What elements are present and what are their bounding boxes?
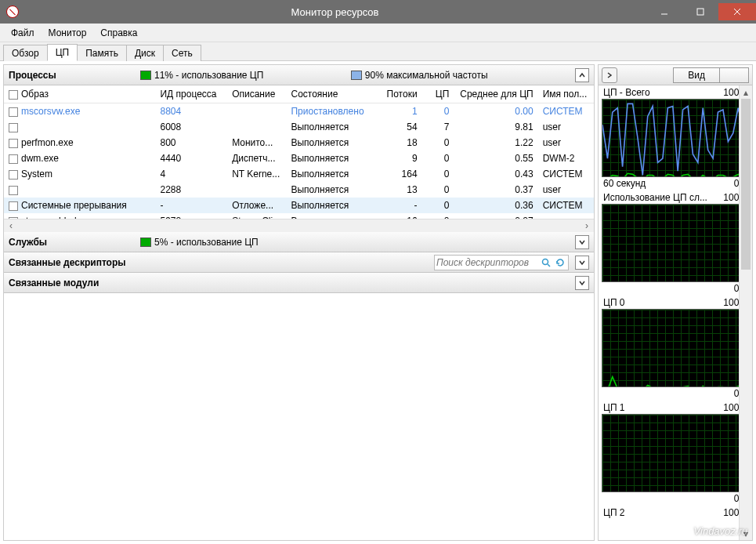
menu-bar: Файл Монитор Справка bbox=[0, 24, 756, 42]
menu-file[interactable]: Файл bbox=[5, 25, 41, 41]
table-row[interactable]: System4NT Kerne...Выполняется16400.43СИС… bbox=[4, 166, 594, 182]
table-row[interactable]: mscorsvw.exe8804Приостановлено100.00СИСТ… bbox=[4, 103, 594, 120]
handles-title: Связанные дескрипторы bbox=[9, 257, 126, 268]
minimize-button[interactable] bbox=[646, 3, 682, 20]
services-header[interactable]: Службы 5% - использование ЦП bbox=[4, 232, 594, 252]
tab-cpu[interactable]: ЦП bbox=[47, 44, 78, 61]
col-description[interactable]: Описание bbox=[227, 85, 286, 103]
row-checkbox[interactable] bbox=[9, 123, 18, 132]
maximize-button[interactable] bbox=[682, 3, 718, 20]
view-dropdown[interactable]: Вид bbox=[673, 67, 749, 83]
chart-plot bbox=[602, 204, 749, 282]
select-all-checkbox[interactable] bbox=[9, 90, 18, 100]
modules-header[interactable]: Связанные модули bbox=[4, 273, 594, 293]
chart-label: ЦП - Всего bbox=[603, 87, 650, 98]
row-checkbox[interactable] bbox=[9, 170, 18, 180]
services-title: Службы bbox=[9, 237, 134, 248]
max-freq-stat: 90% максимальной частоты bbox=[351, 70, 488, 81]
row-checkbox[interactable] bbox=[9, 107, 18, 117]
processes-table: Образ ИД процесса Описание Состояние Пот… bbox=[4, 85, 594, 219]
cpu-usage-stat: 11% - использование ЦП bbox=[140, 70, 263, 81]
expand-modules-button[interactable] bbox=[575, 276, 589, 290]
col-cpu[interactable]: ЦП bbox=[422, 85, 454, 103]
processes-header[interactable]: Процессы 11% - использование ЦП 90% макс… bbox=[4, 65, 594, 85]
processes-title: Процессы bbox=[9, 70, 134, 81]
close-button[interactable] bbox=[718, 3, 756, 20]
chart-0: ЦП - Всего100%60 секунд0% bbox=[602, 87, 749, 189]
tab-disk[interactable]: Диск bbox=[126, 45, 164, 61]
processes-table-wrap[interactable]: Образ ИД процесса Описание Состояние Пот… bbox=[4, 85, 594, 219]
table-row[interactable]: 2288Выполняется1300.37user bbox=[4, 182, 594, 198]
chart-bottom-left: 60 секунд bbox=[603, 178, 646, 189]
charts-nav-button[interactable] bbox=[602, 67, 617, 83]
scrollbar-thumb[interactable] bbox=[741, 99, 751, 270]
svg-point-4 bbox=[543, 259, 548, 264]
table-row[interactable]: steamwebhelper.exe5972Steam Cli...Выполн… bbox=[4, 213, 594, 219]
col-threads[interactable]: Потоки bbox=[374, 85, 422, 103]
chart-3: ЦП 1100%.0% bbox=[602, 402, 749, 504]
expand-services-button[interactable] bbox=[575, 235, 589, 249]
search-icon[interactable] bbox=[540, 256, 552, 269]
col-avg-cpu[interactable]: Среднее для ЦП bbox=[454, 85, 537, 103]
row-checkbox[interactable] bbox=[9, 186, 18, 195]
row-checkbox[interactable] bbox=[9, 201, 18, 211]
services-cpu-stat: 5% - использование ЦП bbox=[140, 237, 259, 248]
table-row[interactable]: 6008Выполняется5479.81user bbox=[4, 119, 594, 135]
table-header-row: Образ ИД процесса Описание Состояние Пот… bbox=[4, 85, 594, 103]
title-bar: Монитор ресурсов bbox=[0, 0, 756, 24]
tab-overview[interactable]: Обзор bbox=[3, 45, 48, 61]
chart-4: ЦП 2100% bbox=[602, 507, 749, 519]
menu-help[interactable]: Справка bbox=[94, 25, 143, 41]
view-label: Вид bbox=[674, 70, 719, 81]
col-pid[interactable]: ИД процесса bbox=[155, 85, 227, 103]
tab-network[interactable]: Сеть bbox=[163, 45, 201, 61]
app-icon bbox=[6, 5, 19, 18]
handles-search[interactable] bbox=[434, 255, 569, 270]
col-status[interactable]: Состояние bbox=[286, 85, 374, 103]
chart-label: ЦП 2 bbox=[603, 507, 625, 518]
tab-bar: Обзор ЦП Память Диск Сеть bbox=[0, 42, 756, 61]
collapse-processes-button[interactable] bbox=[575, 68, 589, 82]
modules-title: Связанные модули bbox=[9, 277, 99, 288]
expand-handles-button[interactable] bbox=[575, 256, 589, 270]
window-title: Монитор ресурсов bbox=[24, 6, 646, 18]
refresh-icon[interactable] bbox=[554, 256, 566, 269]
row-checkbox[interactable] bbox=[9, 217, 18, 219]
menu-monitor[interactable]: Монитор bbox=[42, 25, 93, 41]
svg-rect-1 bbox=[697, 9, 704, 15]
chart-plot bbox=[602, 309, 749, 387]
chart-label: Использование ЦП сл... bbox=[603, 192, 707, 203]
tab-memory[interactable]: Память bbox=[77, 45, 127, 61]
chart-plot bbox=[602, 414, 749, 492]
row-checkbox[interactable] bbox=[9, 154, 18, 164]
scroll-right-icon[interactable]: › bbox=[581, 220, 592, 231]
col-user[interactable]: Имя пол... bbox=[538, 85, 594, 103]
search-input[interactable] bbox=[436, 257, 538, 268]
handles-header[interactable]: Связанные дескрипторы bbox=[4, 252, 594, 273]
chart-label: ЦП 0 bbox=[603, 297, 625, 308]
horizontal-scrollbar[interactable]: ‹ › bbox=[4, 219, 594, 232]
table-row[interactable]: dwm.exe4440Диспетч...Выполняется900.55DW… bbox=[4, 151, 594, 166]
chevron-down-icon[interactable] bbox=[719, 68, 748, 82]
charts-panel: Вид ЦП - Всего100%60 секунд0%Использован… bbox=[598, 64, 753, 541]
table-row[interactable]: Системные прерывания-Отложе...Выполняетс… bbox=[4, 198, 594, 213]
svg-line-5 bbox=[548, 264, 550, 267]
col-image[interactable]: Образ bbox=[4, 85, 155, 103]
chart-2: ЦП 0100%.0% bbox=[602, 297, 749, 399]
chart-1: Использование ЦП сл...100%.0% bbox=[602, 192, 749, 294]
table-row[interactable]: perfmon.exe800Монито...Выполняется1801.2… bbox=[4, 135, 594, 151]
chart-plot bbox=[602, 99, 749, 177]
row-checkbox[interactable] bbox=[9, 139, 18, 148]
scroll-left-icon[interactable]: ‹ bbox=[5, 220, 16, 231]
chart-label: ЦП 1 bbox=[603, 402, 625, 413]
scroll-down-icon[interactable]: ▾ bbox=[740, 527, 752, 540]
scroll-up-icon[interactable]: ▴ bbox=[740, 85, 752, 99]
charts-vertical-scrollbar[interactable]: ▴ ▾ bbox=[739, 85, 752, 540]
